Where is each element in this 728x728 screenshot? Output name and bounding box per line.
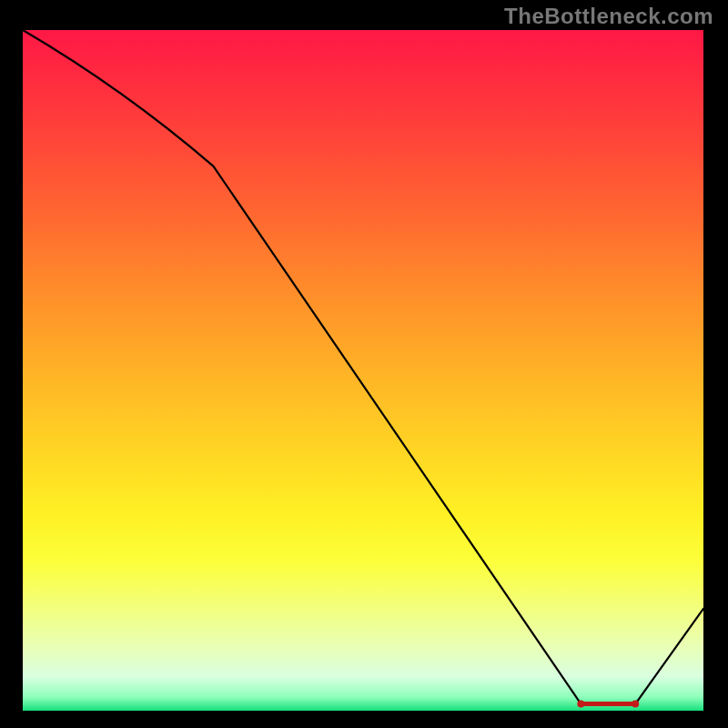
bottleneck-curve xyxy=(23,30,703,704)
optimal-range-end-dot xyxy=(632,701,639,708)
chart-overlay xyxy=(23,30,703,711)
attribution-text: TheBottleneck.com xyxy=(504,4,713,29)
optimal-range-start-dot xyxy=(577,701,584,708)
chart-root: TheBottleneck.com xyxy=(0,0,728,728)
